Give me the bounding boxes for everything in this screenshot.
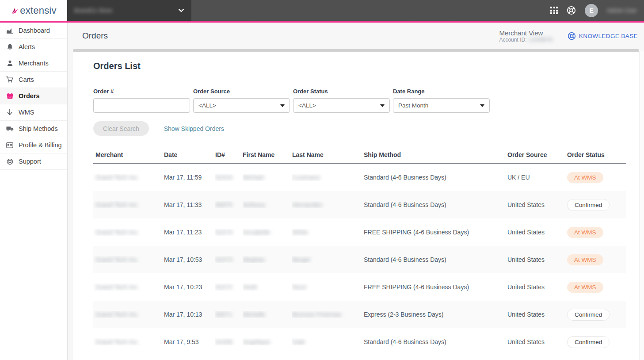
user-avatar[interactable]: E [585, 4, 598, 17]
first-name: Angelique [243, 338, 270, 345]
col-date: Date [164, 151, 215, 158]
main-content: Orders Merchant View Account ID: 1234567… [68, 23, 644, 360]
merchant-view-block: Merchant View Account ID: 12345678 [499, 29, 552, 43]
show-skipped-orders-link[interactable]: Show Skipped Orders [164, 125, 224, 132]
filter-actions: Clear Search Show Skipped Orders [93, 121, 626, 136]
order-source: United States [507, 338, 567, 345]
table-row[interactable]: Grand Tech Inc. Mar 17, 10:53 91073 Megh… [93, 246, 626, 273]
date-range-value: Past Month [398, 102, 428, 109]
ship-method: Standard (4-6 Business Days) [364, 201, 507, 208]
vertical-scrollbar[interactable] [640, 51, 644, 360]
sidebar-item-ship-methods[interactable]: Ship Methods [0, 121, 67, 137]
order-source: UK / EU [507, 174, 567, 181]
filters-row: Order # Order Source <ALL> Order Status … [93, 88, 626, 113]
order-source-value: <ALL> [198, 102, 216, 109]
order-source-label: Order Source [193, 88, 290, 95]
table-row[interactable]: Grand Tech Inc. Mar 17, 11:59 91016 Mich… [93, 164, 626, 191]
ship-method: FREE SHIPPING (4-6 Business Days) [364, 283, 507, 291]
table-row[interactable]: Grand Tech Inc. Mar 17, 9:53 91008 Angel… [93, 328, 626, 356]
order-source: United States [507, 201, 567, 208]
horizontal-scrollbar[interactable] [73, 49, 639, 52]
first-name: Heidi [243, 283, 257, 291]
order-number-label: Order # [93, 88, 190, 95]
merchant-name: Grand Tech Inc. [95, 256, 139, 263]
account-selector-value: BrandCo Store [74, 7, 112, 14]
col-merchant: Merchant [93, 151, 164, 158]
top-bar-right: E Admin User [191, 0, 644, 21]
order-date: Mar 17, 10:23 [164, 283, 215, 291]
apps-grid-icon[interactable] [550, 7, 558, 14]
sidebar-item-label: Alerts [19, 43, 35, 50]
order-date: Mar 17, 10:13 [164, 311, 215, 318]
account-selector-dropdown[interactable]: BrandCo Store [67, 0, 191, 21]
first-name: Michelle [243, 311, 265, 318]
last-name: Nicol [292, 283, 306, 291]
sidebar-item-label: Dashboard [19, 27, 50, 34]
col-ship-method: Ship Method [364, 151, 507, 158]
merchant-name: Grand Tech Inc. [95, 201, 139, 208]
orders-table: Merchant Date ID# First Name Last Name S… [93, 146, 626, 356]
order-source-select[interactable]: <ALL> [193, 98, 290, 113]
caret-down-icon [380, 104, 385, 107]
cart-icon [6, 76, 14, 83]
table-row[interactable]: Grand Tech Inc. Mar 17, 10:13 90071 Mich… [93, 301, 626, 328]
sidebar-item-profile-billing[interactable]: Profile & Billing [0, 137, 67, 153]
table-row[interactable]: Grand Tech Inc. Mar 17, 11:33 90975 Anth… [93, 191, 626, 218]
account-id-value: 12345678 [529, 37, 552, 43]
order-id: 90975 [215, 201, 232, 208]
table-row[interactable]: Grand Tech Inc. Mar 17, 10:23 91072 Heid… [93, 273, 626, 301]
order-id: 91016 [215, 174, 232, 181]
status-badge: At WMS [567, 282, 603, 293]
sidebar-item-wms[interactable]: WMS [0, 104, 67, 121]
hummingbird-logo-icon [11, 7, 19, 16]
order-id: 91008 [215, 338, 232, 345]
merchant-name: Grand Tech Inc. [95, 174, 139, 181]
sidebar-item-alerts[interactable]: Alerts [0, 39, 67, 55]
order-source: United States [507, 311, 567, 318]
caret-down-icon [480, 104, 484, 107]
col-last-name: Last Name [292, 151, 364, 158]
first-name: Anthony [243, 201, 265, 208]
col-order-source: Order Source [507, 151, 567, 158]
status-badge: Confirmed [567, 336, 610, 348]
order-source: United States [507, 283, 567, 291]
first-name: Michael [243, 174, 264, 181]
truck-icon [6, 126, 14, 132]
order-source: United States [507, 256, 567, 263]
orders-list-heading: Orders List [93, 61, 626, 71]
extensiv-logo[interactable]: extensiv [0, 0, 67, 21]
order-source: United States [507, 229, 567, 236]
last-name: Gale [292, 338, 305, 345]
order-number-input[interactable] [93, 98, 190, 113]
order-id: 91072 [215, 283, 232, 291]
sidebar: Dashboard Alerts Merchants Carts Orders [0, 23, 68, 360]
orders-box-icon [6, 93, 14, 100]
arrow-down-icon [6, 109, 14, 116]
order-id: 90071 [215, 311, 232, 318]
order-status-value: <ALL> [298, 102, 316, 109]
order-status-select[interactable]: <ALL> [293, 98, 390, 113]
sidebar-item-dashboard[interactable]: Dashboard [0, 23, 67, 39]
clear-search-button[interactable]: Clear Search [93, 121, 149, 136]
sidebar-item-support[interactable]: Support [0, 153, 67, 170]
table-row[interactable]: Grand Tech Inc. Mar 17, 11:23 91074 Anna… [93, 218, 626, 246]
order-date: Mar 17, 9:53 [164, 338, 215, 345]
knowledge-base-link[interactable]: KNOWLEDGE BASE [568, 32, 638, 40]
sidebar-item-label: WMS [19, 109, 34, 116]
merchant-name: Grand Tech Inc. [95, 229, 139, 236]
account-id-label: Account ID: [499, 37, 526, 43]
sidebar-item-merchants[interactable]: Merchants [0, 55, 67, 72]
top-bar: extensiv BrandCo Store E Admin User [0, 0, 644, 21]
order-id: 91074 [215, 229, 232, 236]
caret-down-icon [280, 104, 285, 107]
col-order-status: Order Status [567, 151, 626, 158]
sidebar-item-orders[interactable]: Orders [0, 88, 67, 104]
sidebar-item-carts[interactable]: Carts [0, 72, 67, 88]
first-name: Annabelle [243, 229, 270, 236]
help-buoy-icon[interactable] [567, 6, 576, 15]
user-name[interactable]: Admin User [607, 7, 637, 14]
id-card-icon [6, 142, 14, 148]
ship-method: Standard (4-6 Business Days) [364, 256, 507, 263]
date-range-select[interactable]: Past Month [393, 98, 490, 113]
merchant-name: Grand Tech Inc. [95, 338, 139, 345]
